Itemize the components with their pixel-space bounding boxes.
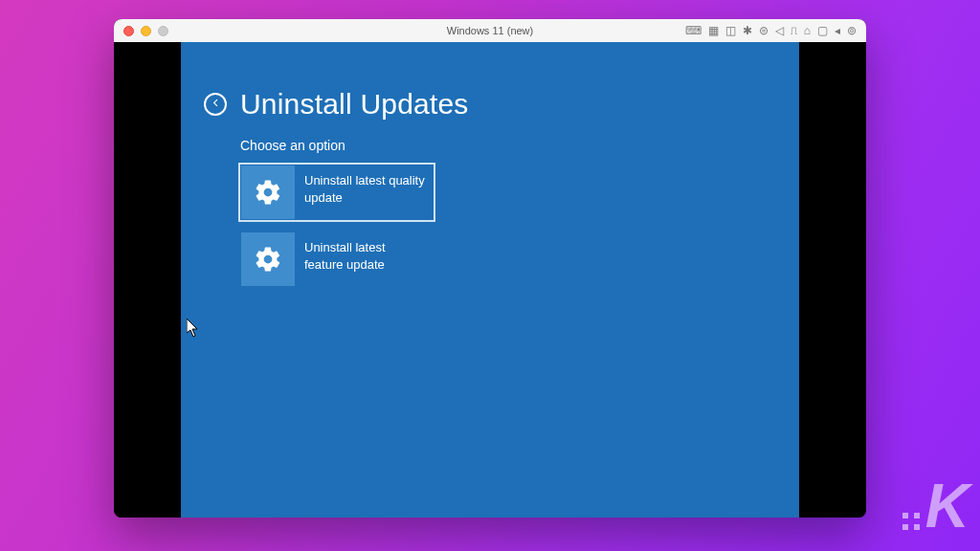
heading-row: Uninstall Updates bbox=[204, 88, 778, 121]
mic-icon[interactable]: ⎍ bbox=[791, 25, 797, 36]
gear-icon bbox=[241, 165, 295, 219]
options-list: Uninstall latest quality update Uninstal… bbox=[240, 165, 778, 287]
keyboard-icon[interactable]: ⌨ bbox=[685, 25, 702, 36]
option-uninstall-feature-update[interactable]: Uninstall latest feature update bbox=[240, 231, 434, 287]
camera-icon[interactable]: ▢ bbox=[817, 25, 828, 36]
settings-icon[interactable]: ⊚ bbox=[847, 25, 857, 36]
option-label: Uninstall latest quality update bbox=[295, 165, 434, 206]
vm-viewport: Uninstall Updates Choose an option Unins… bbox=[114, 42, 866, 518]
vm-tray-icons: ⌨ ▦ ◫ ✱ ⊜ ◁ ⎍ ⌂ ▢ ◂ ⊚ bbox=[685, 25, 857, 36]
usb-icon[interactable]: ✱ bbox=[743, 25, 752, 36]
mouse-icon[interactable]: ◫ bbox=[725, 25, 736, 36]
host-vm-window: Windows 11 (new) ⌨ ▦ ◫ ✱ ⊜ ◁ ⎍ ⌂ ▢ ◂ ⊚ U… bbox=[114, 19, 866, 518]
display-icon[interactable]: ▦ bbox=[708, 25, 719, 36]
option-label: Uninstall latest feature update bbox=[295, 231, 434, 273]
share-icon[interactable]: ◂ bbox=[835, 25, 840, 36]
option-uninstall-quality-update[interactable]: Uninstall latest quality update bbox=[240, 165, 434, 220]
watermark-logo: K bbox=[902, 471, 967, 541]
back-button[interactable] bbox=[204, 93, 227, 116]
disk-icon[interactable]: ⌂ bbox=[804, 25, 811, 36]
sound-icon[interactable]: ◁ bbox=[775, 25, 784, 36]
page-title: Uninstall Updates bbox=[240, 88, 469, 121]
macos-titlebar: Windows 11 (new) ⌨ ▦ ◫ ✱ ⊜ ◁ ⎍ ⌂ ▢ ◂ ⊚ bbox=[114, 19, 866, 42]
watermark-letter: K bbox=[925, 471, 967, 541]
page-subtitle: Choose an option bbox=[240, 138, 778, 153]
watermark-dots-icon bbox=[902, 513, 920, 530]
gear-icon bbox=[241, 232, 295, 286]
network-icon[interactable]: ⊜ bbox=[759, 25, 768, 36]
winre-screen: Uninstall Updates Choose an option Unins… bbox=[181, 42, 799, 518]
arrow-left-icon bbox=[210, 96, 222, 113]
